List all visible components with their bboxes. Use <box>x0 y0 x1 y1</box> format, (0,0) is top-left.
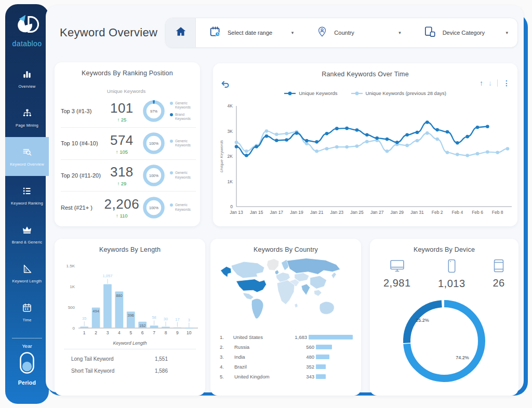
svg-text:Feb 6: Feb 6 <box>472 210 483 215</box>
card-keywords-by-device: Keywords By Device 2,9811,01326 25.2%74.… <box>370 239 518 396</box>
ranking-row-rest[interactable]: Rest (#21+ )2,206↑ 110100%Generic Keywor… <box>61 191 196 223</box>
filter-date-range[interactable]: Select date range▾ <box>196 18 303 47</box>
chevron-down-icon: ▾ <box>291 30 294 35</box>
undo-icon[interactable] <box>220 80 229 90</box>
country-row-brazil[interactable]: 4.Brazil352 <box>210 362 361 372</box>
summary-row-short-tail-keyword[interactable]: Short Tail Keyword1,586 <box>55 365 205 377</box>
summary-label: Short Tail Keyword <box>71 368 114 374</box>
sort-descending-icon[interactable]: ↓ <box>488 79 492 87</box>
map-alaska <box>221 266 232 277</box>
unique-keywords-value: 318 <box>103 164 141 180</box>
svg-text:Jan 21: Jan 21 <box>310 210 324 215</box>
delta-badge: ↑ 29 <box>103 181 141 186</box>
legend-item-unique-keywords-previous-28-days[interactable]: Unique Keywords (previous 28 days) <box>351 90 446 96</box>
sidebar-item-time[interactable]: Time <box>5 293 49 332</box>
sidebar-item-keyword-length[interactable]: Keyword Length <box>5 254 49 293</box>
ranking-row-top-20[interactable]: Top 20 (#11-20)318↑ 29100%Generic Keywor… <box>61 159 196 192</box>
chart-toolbar: ↑ ↓ ⋮ <box>480 79 510 87</box>
map-japan <box>331 273 336 279</box>
device-value: 2,981 <box>383 277 411 289</box>
map-india <box>301 284 310 295</box>
toggle-period-label: Period <box>18 379 36 386</box>
databloo-logo-icon[interactable] <box>15 12 39 38</box>
legend-entry: Brand Keywords <box>170 113 196 121</box>
legend-label: Brand Keywords <box>175 113 196 121</box>
legend-label: Generic Keywords <box>175 139 196 148</box>
legend-label: Generic Keywords <box>175 101 196 110</box>
country-row-russia[interactable]: 2.Russia560 <box>210 342 361 352</box>
unique-keywords-value: 574 <box>103 132 141 148</box>
device-donut-chart[interactable]: 25.2%74.2% <box>398 295 490 387</box>
sidebar-item-keyword-overview[interactable]: Keyword Overview <box>5 137 49 176</box>
year-period-toggle[interactable] <box>19 351 35 376</box>
filter-device-category[interactable]: Device Category▾ <box>410 18 517 47</box>
sidebar-item-page-mining[interactable]: Page Mining <box>5 98 49 137</box>
kebab-menu-icon[interactable]: ⋮ <box>503 79 510 87</box>
country-rank: 2. <box>220 344 234 350</box>
svg-text:Jan 19: Jan 19 <box>290 210 303 215</box>
summary-row-long-tail-keyword[interactable]: Long Tail Keyword1,551 <box>55 353 205 365</box>
device-stat-desktop: 2,981 <box>383 259 411 290</box>
svg-text:35: 35 <box>82 316 86 321</box>
filter-bar: Select date range▾Country▾Device Categor… <box>165 18 518 48</box>
legend-item-unique-keywords[interactable]: Unique Keywords <box>284 90 337 96</box>
ranking-value-block: 574↑ 105 <box>103 132 141 155</box>
svg-text:Jan 27: Jan 27 <box>370 210 384 215</box>
svg-text:10: 10 <box>187 330 192 335</box>
ranking-value-block: 101↑ 25 <box>103 100 141 123</box>
sidebar-item-brand-generic[interactable]: Brand & Generic <box>5 215 49 254</box>
country-bar <box>316 355 329 359</box>
home-icon <box>175 25 187 40</box>
dashboard: databloo OverviewPage MiningKeyword Over… <box>0 0 532 408</box>
country-bar <box>316 364 326 369</box>
home-button[interactable] <box>166 18 196 47</box>
brand-name: databloo <box>12 39 42 48</box>
sidebar-item-label: Keyword Ranking <box>11 201 43 206</box>
legend-label: Generic Keywords <box>175 203 196 212</box>
card-divider <box>64 349 196 349</box>
country-name: Brazil <box>234 364 292 370</box>
gauge-legend: Generic KeywordsBrand Keywords <box>167 101 196 121</box>
svg-text:7: 7 <box>153 330 155 335</box>
country-row-india[interactable]: 3.India480 <box>210 352 361 362</box>
svg-text:494: 494 <box>92 309 99 314</box>
svg-text:0: 0 <box>230 204 233 209</box>
country-bar <box>316 374 326 379</box>
device-stat-mobile: 1,013 <box>438 259 466 290</box>
svg-text:880: 880 <box>116 293 123 298</box>
filter-country[interactable]: Country▾ <box>303 18 410 47</box>
sidebar-item-overview[interactable]: Overview <box>5 59 49 98</box>
location-person-icon <box>316 26 328 39</box>
gauge-legend: Generic Keywords <box>167 171 196 180</box>
country-name: United Kingdom <box>234 374 292 379</box>
map-russia <box>287 259 340 275</box>
keywords-by-length-bar-chart[interactable]: 05001K1.5K135249431,05748805396615275883… <box>61 256 199 339</box>
sort-ascending-icon[interactable]: ↑ <box>480 79 483 87</box>
country-name: India <box>234 354 292 360</box>
svg-text:4: 4 <box>118 330 121 335</box>
device-value: 1,013 <box>438 278 466 290</box>
ranked-keywords-line-chart[interactable]: 01K2K3K4KJan 13Jan 15Jan 17Jan 19Jan 21J… <box>218 102 513 220</box>
svg-text:100%: 100% <box>149 174 158 178</box>
ranking-row-top-3[interactable]: Top 3 (#1-3)101↑ 2597%Generic KeywordsBr… <box>61 96 196 127</box>
sidebar-item-keyword-ranking[interactable]: Keyword Ranking <box>5 176 49 215</box>
ruler-icon <box>22 264 32 276</box>
world-map[interactable] <box>218 255 354 329</box>
sidebar-item-label: Brand & Generic <box>12 240 42 244</box>
country-name: Russia <box>234 344 292 350</box>
ranking-row-top-10[interactable]: Top 10 (#4-10)574↑ 105100%Generic Keywor… <box>61 127 196 159</box>
svg-text:152: 152 <box>139 323 146 328</box>
unique-keywords-value: 101 <box>103 100 141 116</box>
svg-text:25.2%: 25.2% <box>416 318 429 323</box>
sidebar-item-label: Keyword Length <box>12 279 42 283</box>
country-row-united-states[interactable]: 1.United States1,683 <box>210 332 361 342</box>
map-africa <box>277 280 295 305</box>
line-chart-legend: Unique KeywordsUnique Keywords (previous… <box>213 90 517 96</box>
map-australia <box>320 302 334 315</box>
country-row-united-kingdom[interactable]: 5.United Kingdom343 <box>210 372 361 382</box>
country-rank: 3. <box>220 354 234 360</box>
gauge-donut: 100% <box>141 163 167 188</box>
card-ranked-keywords-over-time: Ranked Keywords Over Time ↑ ↓ ⋮ Unique K… <box>213 63 517 226</box>
ranking-row-label: Rest (#21+ ) <box>61 205 103 211</box>
gauge-donut: 97% <box>141 99 167 124</box>
